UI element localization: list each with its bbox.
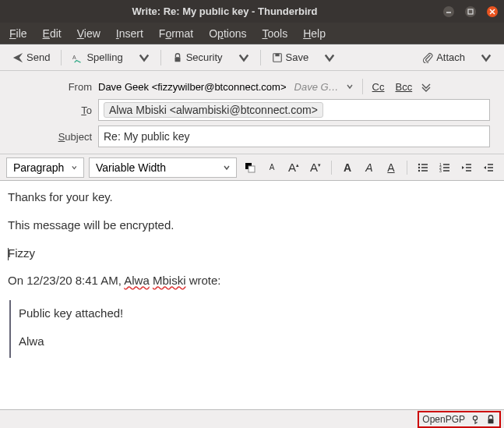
separator xyxy=(362,79,363,94)
paperclip-icon xyxy=(422,52,433,63)
save-dropdown[interactable] xyxy=(318,49,340,66)
menu-file[interactable]: File xyxy=(9,27,27,40)
spelling-button[interactable]: A Spelling xyxy=(68,48,127,66)
add-cc-button[interactable]: Cc xyxy=(369,80,388,94)
italic-button[interactable]: A xyxy=(361,159,378,176)
minimize-button[interactable] xyxy=(443,6,454,17)
quoted-line: Public key attached! xyxy=(19,305,496,322)
chevron-down-icon xyxy=(224,164,230,171)
from-row: From Dave Geek <fizzywilber@btconnect.co… xyxy=(6,79,498,94)
save-label: Save xyxy=(286,51,309,63)
paragraph-style-value: Paragraph xyxy=(13,161,64,174)
svg-rect-9 xyxy=(248,166,255,172)
chevron-down-icon xyxy=(238,52,249,63)
separator xyxy=(260,50,261,65)
recipient-pill[interactable]: Alwa Mbiski <alwambiski@btconnect.com> xyxy=(104,102,323,118)
menu-tools[interactable]: Tools xyxy=(262,27,287,40)
message-headers: From Dave Geek <fizzywilber@btconnect.co… xyxy=(0,70,504,154)
lock-icon xyxy=(485,414,496,425)
paragraph-style-select[interactable]: Paragraph xyxy=(6,157,84,178)
window-title: Write: Re: My public key - Thunderbird xyxy=(6,5,443,17)
from-label: From xyxy=(6,81,92,93)
spelling-dropdown[interactable] xyxy=(132,49,154,66)
bold-button[interactable]: A xyxy=(339,159,356,176)
quoted-line: Alwa xyxy=(19,333,496,350)
spellcheck-icon: A xyxy=(72,52,83,63)
send-button[interactable]: Send xyxy=(8,48,55,66)
from-value: Dave Geek <fizzywilber@btconnect.com> xyxy=(98,81,287,93)
from-identity-dropdown[interactable]: Dave G… xyxy=(291,81,356,93)
svg-point-14 xyxy=(418,169,420,171)
to-row: To Alwa Mbiski <alwambiski@btconnect.com… xyxy=(6,99,498,121)
attach-button[interactable]: Attach xyxy=(418,48,470,66)
attach-label: Attach xyxy=(436,51,465,63)
menu-format[interactable]: Format xyxy=(159,27,193,40)
subject-label: Subject xyxy=(6,131,92,143)
numbered-list-button[interactable]: 123 xyxy=(436,159,453,176)
font-family-select[interactable]: Variable Width xyxy=(89,157,237,178)
to-label: To xyxy=(6,104,92,116)
title-bar: Write: Re: My public key - Thunderbird xyxy=(0,0,504,23)
indent-button[interactable] xyxy=(480,159,497,176)
font-size-decrease-button[interactable]: A xyxy=(263,159,280,176)
svg-rect-1 xyxy=(468,9,473,14)
signature-icon xyxy=(470,414,481,425)
a-caret-icon: A▾ xyxy=(310,161,321,174)
text-color-button[interactable] xyxy=(241,159,259,176)
svg-rect-5 xyxy=(174,57,180,62)
chevron-down-icon xyxy=(347,83,353,90)
separator xyxy=(160,50,161,65)
expand-headers-icon[interactable] xyxy=(420,80,432,93)
bullet-list-button[interactable] xyxy=(414,159,432,176)
chevron-down-icon xyxy=(139,52,150,63)
spelling-label: Spelling xyxy=(86,51,122,63)
body-line: This message will be encrypted. xyxy=(8,217,496,234)
format-toolbar: Paragraph Variable Width A A▴ A▾ A A A 1… xyxy=(0,154,504,181)
from-identity: Dave G… xyxy=(294,81,339,93)
svg-point-28 xyxy=(473,416,477,419)
security-button[interactable]: Security xyxy=(167,48,227,66)
menu-options[interactable]: Options xyxy=(209,27,246,40)
svg-point-10 xyxy=(418,163,420,164)
menu-edit[interactable]: Edit xyxy=(43,27,62,40)
separator xyxy=(61,50,62,65)
window-controls xyxy=(443,6,498,17)
subject-row: Subject Re: My public key xyxy=(6,126,498,147)
menu-view[interactable]: View xyxy=(77,27,100,40)
message-body-editor[interactable]: Thanks for your key. This message will b… xyxy=(0,181,504,409)
quote-intro: On 12/23/20 8:41 AM, Alwa Mbiski wrote: xyxy=(8,272,496,289)
security-dropdown[interactable] xyxy=(232,49,254,66)
chevron-down-icon xyxy=(481,52,492,63)
save-button[interactable]: Save xyxy=(267,48,314,66)
to-input[interactable]: Alwa Mbiski <alwambiski@btconnect.com> xyxy=(98,99,490,121)
chevron-down-icon xyxy=(72,164,77,171)
small-a-icon: A xyxy=(270,163,275,172)
indent-icon xyxy=(482,161,495,174)
font-size-reset-button[interactable]: A▾ xyxy=(307,159,324,176)
separator xyxy=(407,161,407,175)
main-toolbar: Send A Spelling Security Save Attach xyxy=(0,44,504,70)
signature-line: Fizzy xyxy=(8,245,496,262)
font-family-value: Variable Width xyxy=(96,161,166,174)
send-icon xyxy=(12,52,23,63)
attach-dropdown[interactable] xyxy=(474,49,496,66)
outdent-button[interactable] xyxy=(458,159,475,176)
security-label: Security xyxy=(186,51,223,63)
bullet-list-icon xyxy=(417,161,429,174)
large-a-icon: A▴ xyxy=(288,161,299,174)
close-button[interactable] xyxy=(487,6,498,17)
underline-button[interactable]: A xyxy=(382,159,400,176)
separator xyxy=(331,161,332,175)
svg-text:3: 3 xyxy=(439,168,442,173)
chevron-down-icon xyxy=(324,52,335,63)
encryption-status[interactable]: OpenPGP xyxy=(418,411,501,428)
menu-insert[interactable]: Insert xyxy=(116,27,143,40)
font-size-increase-button[interactable]: A▴ xyxy=(285,159,302,176)
maximize-button[interactable] xyxy=(465,6,476,17)
svg-rect-7 xyxy=(275,53,279,56)
menu-help[interactable]: Help xyxy=(303,27,326,40)
numbered-list-icon: 123 xyxy=(439,161,451,174)
outdent-icon xyxy=(460,161,473,174)
subject-input[interactable]: Re: My public key xyxy=(98,126,490,147)
add-bcc-button[interactable]: Bcc xyxy=(393,80,416,94)
